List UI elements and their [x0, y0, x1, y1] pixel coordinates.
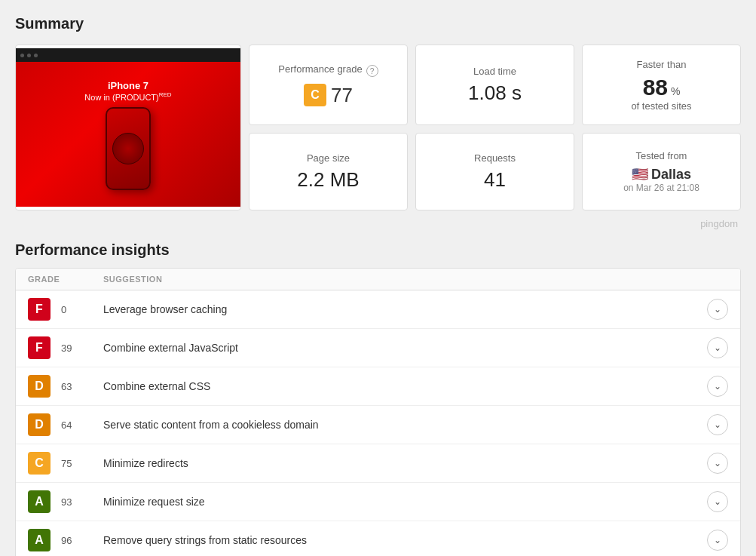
load-time-label: Load time	[473, 66, 516, 77]
expand-button[interactable]: ⌄	[707, 530, 728, 551]
grade-num: 0	[61, 304, 66, 315]
page-size-card: Page size 2.2 MB	[249, 133, 408, 210]
summary-grid: iPhone 7 Now in (PRODUCT)RED Performance…	[15, 45, 741, 210]
grade-num: 96	[61, 535, 72, 546]
grade-cell: D 64	[28, 413, 103, 436]
performance-grade-card: Performance grade ? C 77	[249, 45, 408, 125]
requests-card: Requests 41	[415, 133, 574, 210]
grade-badge-c: C	[304, 84, 326, 106]
grade-badge: D	[28, 375, 51, 398]
suggestion-text: Combine external JavaScript	[103, 342, 698, 354]
performance-grade-label: Performance grade	[278, 63, 362, 75]
requests-value: 41	[484, 168, 506, 192]
insights-table-header: GRADE SUGGESTION	[16, 269, 740, 290]
table-row: A 93 Minimize request size ⌄	[16, 483, 740, 521]
suggestion-text: Leverage browser caching	[103, 303, 698, 315]
expand-button[interactable]: ⌄	[707, 453, 728, 474]
col-grade-header: GRADE	[28, 275, 103, 284]
grade-cell: D 63	[28, 375, 103, 398]
col-suggestion-header: SUGGESTION	[103, 275, 698, 284]
suggestion-text: Minimize request size	[103, 496, 698, 508]
tested-from-city: Dallas	[651, 167, 691, 183]
suggestion-text: Minimize redirects	[103, 457, 698, 469]
grade-badge: C	[28, 452, 51, 475]
grade-num: 39	[61, 343, 72, 354]
grade-cell: C 75	[28, 452, 103, 475]
table-row: F 39 Combine external JavaScript ⌄	[16, 329, 740, 367]
expand-button[interactable]: ⌄	[707, 414, 728, 435]
expand-button[interactable]: ⌄	[707, 337, 728, 358]
insights-table: GRADE SUGGESTION F 0 Leverage browser ca…	[15, 268, 741, 556]
insights-title: Performance insights	[15, 241, 741, 259]
pingdom-brand: pingdom	[15, 218, 741, 229]
load-time-value: 1.08 s	[468, 81, 522, 105]
suggestion-text: Combine external CSS	[103, 380, 698, 392]
suggestion-text: Remove query strings from static resourc…	[103, 534, 698, 546]
site-screenshot: iPhone 7 Now in (PRODUCT)RED	[15, 45, 241, 210]
grade-badge: D	[28, 413, 51, 436]
faster-than-unit: %	[671, 85, 680, 97]
load-time-card: Load time 1.08 s	[415, 45, 574, 125]
grade-cell: A 96	[28, 529, 103, 551]
suggestion-text: Serve static content from a cookieless d…	[103, 419, 698, 431]
grade-badge: A	[28, 490, 51, 513]
faster-than-pct: 88	[643, 75, 668, 100]
expand-button[interactable]: ⌄	[707, 491, 728, 512]
faster-than-label: Faster than	[637, 59, 687, 70]
grade-num: 75	[61, 458, 72, 469]
requests-label: Requests	[474, 152, 516, 164]
tested-from-label: Tested from	[636, 150, 687, 161]
performance-grade-value: 77	[331, 84, 353, 107]
us-flag-icon: 🇺🇸	[632, 166, 648, 183]
tested-from-card: Tested from 🇺🇸 Dallas on Mar 26 at 21:08	[582, 133, 741, 210]
grade-num: 93	[61, 496, 72, 508]
grade-num: 64	[61, 419, 72, 431]
faster-than-card: Faster than 88 % of tested sites	[582, 45, 741, 125]
table-row: A 96 Remove query strings from static re…	[16, 521, 740, 556]
help-icon[interactable]: ?	[366, 65, 378, 77]
tested-from-date: on Mar 26 at 21:08	[623, 183, 699, 193]
page-size-label: Page size	[307, 152, 350, 164]
table-row: C 75 Minimize redirects ⌄	[16, 444, 740, 483]
summary-title: Summary	[15, 15, 741, 32]
grade-num: 63	[61, 381, 72, 392]
grade-badge: F	[28, 336, 51, 359]
table-row: D 63 Combine external CSS ⌄	[16, 367, 740, 406]
faster-than-sub: of tested sites	[631, 100, 691, 112]
grade-badge: F	[28, 298, 51, 321]
page-size-value: 2.2 MB	[297, 168, 359, 192]
grade-cell: A 93	[28, 490, 103, 513]
expand-button[interactable]: ⌄	[707, 376, 728, 397]
grade-cell: F 39	[28, 336, 103, 359]
table-row: F 0 Leverage browser caching ⌄	[16, 290, 740, 329]
table-row: D 64 Serve static content from a cookiel…	[16, 406, 740, 444]
grade-cell: F 0	[28, 298, 103, 321]
grade-badge: A	[28, 529, 51, 551]
expand-button[interactable]: ⌄	[707, 299, 728, 320]
